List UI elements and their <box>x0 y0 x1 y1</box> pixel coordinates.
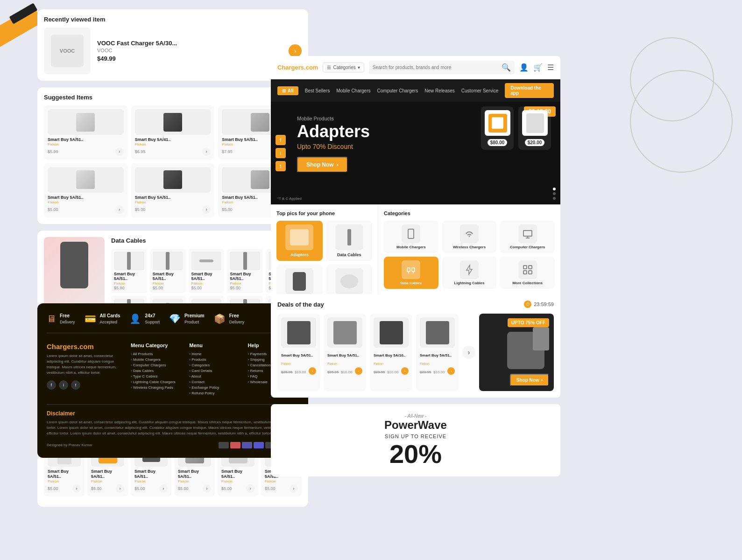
deal-arrow[interactable]: › <box>355 367 362 375</box>
cat-mobile-chargers[interactable]: Mobile Chargers <box>384 221 438 253</box>
product-box-2 <box>522 110 548 136</box>
cat-computer-chargers[interactable]: Computer Chargers <box>500 221 555 253</box>
item-image <box>48 167 124 193</box>
search-input[interactable] <box>373 65 499 70</box>
premium-icon: 💎 <box>169 313 181 324</box>
footer-link-exchange[interactable]: Exchange Policy <box>189 385 240 390</box>
item-brand: Flekon <box>91 479 102 483</box>
nav-customer-service[interactable]: Customer Service <box>461 88 498 93</box>
list-item[interactable]: Smart Buy 5A/51.. Flekon $5.00 <box>227 249 263 294</box>
deal-card-2[interactable]: Smart Buy 5A/51.. Flekon $25.95 $10.00 › <box>324 314 366 391</box>
footer-feature-premium: 💎 PremiumProduct <box>169 313 205 325</box>
deal-arrow[interactable]: › <box>401 367 409 375</box>
list-item[interactable]: Smart Buy 5A/51.. Flekon $5.00 › <box>131 163 215 217</box>
hero-dot-1[interactable] <box>553 188 556 190</box>
item-image <box>135 167 211 193</box>
footer-link-card-details[interactable]: Card Details <box>189 369 240 373</box>
nav-all-button[interactable]: ⊞ All <box>277 86 298 95</box>
list-item[interactable]: Smart Buy 5A/51.. Flekon $5.00 <box>189 249 225 294</box>
facebook-icon[interactable]: f <box>47 380 56 390</box>
footer-link-about[interactable]: About <box>189 374 240 378</box>
item-arrow[interactable]: › <box>159 484 168 493</box>
item-arrow[interactable]: › <box>203 484 211 493</box>
cat-more-collections[interactable]: More Collections <box>500 257 555 289</box>
footer-link-type-c[interactable]: Type C Cables <box>131 374 182 378</box>
twitter-icon[interactable]: t <box>71 380 80 390</box>
footer-link-refund[interactable]: Refund Policy <box>189 391 240 395</box>
cat-label: Wireless Chargers <box>453 245 486 249</box>
instagram-hero-icon[interactable]: i <box>276 148 286 158</box>
item-brand: Flekon <box>222 200 233 204</box>
deal-card-4[interactable]: Smart Buy 5A/51.. Flekon $29.95 $10.00 › <box>416 314 459 391</box>
deal-brand: Flekon <box>327 362 337 365</box>
list-item[interactable]: Smart Buy 5A/41.. Flekon $6.95 › <box>131 105 215 160</box>
item-arrow[interactable]: › <box>115 205 124 214</box>
twitter-hero-icon[interactable]: t <box>276 161 286 171</box>
brand-logo: Chargers.com <box>277 64 318 71</box>
deals-promo-badge: UPTO 75% OFF <box>508 318 549 327</box>
deals-promo-shop-now-button[interactable]: Shop Now › <box>510 374 549 386</box>
hero-products: $80.00 $20.00 <box>481 106 551 150</box>
facebook-hero-icon[interactable]: f <box>276 135 286 145</box>
instagram-icon[interactable]: i <box>59 380 68 390</box>
hero-dot-2[interactable] <box>553 192 556 195</box>
item-arrow[interactable]: › <box>246 484 254 493</box>
footer-link-wireless[interactable]: Wireless Charging Pads <box>131 385 182 390</box>
svg-rect-13 <box>529 271 532 274</box>
deal-arrow[interactable]: › <box>309 367 316 375</box>
cat-label: Lightning Cables <box>454 281 485 285</box>
footer-link-all-products[interactable]: All Products <box>131 352 182 356</box>
list-item[interactable]: Smart Buy 5A/51.. Flekon $5.00 › <box>44 163 127 217</box>
deals-next-button[interactable]: › <box>462 346 475 359</box>
nav-new-releases[interactable]: New Releases <box>424 88 454 93</box>
user-icon[interactable]: 👤 <box>519 63 529 72</box>
pick-card-adapters[interactable]: Adapters <box>276 221 323 261</box>
cart-icon[interactable]: 🛒 <box>533 63 543 72</box>
shop-now-button[interactable]: Shop Now › <box>297 157 348 173</box>
download-app-button[interactable]: Download the app <box>505 83 554 98</box>
footer-link-categories[interactable]: Categories <box>189 363 240 367</box>
pick-card-cables[interactable]: Data Cables <box>326 221 373 261</box>
hero-product-1: $80.00 <box>481 106 514 150</box>
menu-icon[interactable]: ☰ <box>547 63 554 72</box>
footer-link-data-cables[interactable]: Data Cables <box>131 369 182 373</box>
nav-computer-chargers[interactable]: Computer Chargers <box>377 88 418 93</box>
item-arrow[interactable]: › <box>115 147 124 156</box>
payment-icon-visa <box>219 442 229 448</box>
categories-button[interactable]: ☰ Categories ▾ <box>323 63 364 72</box>
item-price: $5.00 <box>114 286 125 290</box>
footer-link-computer-chargers[interactable]: Computer Chargers <box>131 363 182 367</box>
footer-link-contact[interactable]: Contact <box>189 380 240 384</box>
footer-link-mobile-chargers[interactable]: Mobile Chargers <box>131 357 182 362</box>
item-arrow[interactable]: › <box>202 147 211 156</box>
nav-mobile-chargers[interactable]: Mobile Chargers <box>336 88 370 93</box>
footer-link-home[interactable]: Home <box>189 352 240 356</box>
cat-data-cables[interactable]: Data Cables <box>384 257 438 289</box>
footer-feat-text: 24x7Support <box>145 313 160 325</box>
deal-arrow[interactable]: › <box>447 367 455 375</box>
list-item[interactable]: Smart Buy 5A/51.. Flekon $5.00 <box>111 249 147 294</box>
search-icon[interactable]: 🔍 <box>502 63 511 72</box>
hero-dot-3[interactable] <box>553 197 556 200</box>
item-arrow[interactable]: › <box>290 484 298 493</box>
product-arrow-button[interactable]: › <box>289 44 302 57</box>
cat-lightning-cables[interactable]: Lightning Cables <box>442 257 497 289</box>
footer-feature-support: 👤 24x7Support <box>129 313 160 325</box>
item-arrow[interactable]: › <box>202 205 211 214</box>
item-price: $6.95 <box>135 149 146 154</box>
footer-link-products[interactable]: Products <box>189 357 240 362</box>
powerwave-cta: SIGN UP TO RECEIVE <box>280 434 551 439</box>
list-item[interactable]: Smart Buy 5A/51.. Flekon $5.99 › <box>44 105 127 160</box>
item-price: $5.00 <box>153 286 163 290</box>
deal-name: Smart Buy 5A/10.. <box>374 353 405 357</box>
nav-best-sellers[interactable]: Best Sellers <box>305 88 330 93</box>
cat-wireless-chargers[interactable]: Wireless Chargers <box>442 221 497 253</box>
deal-card-3[interactable]: Smart Buy 5A/10.. Flekon $29.95 $10.00 › <box>370 314 412 391</box>
item-price-row: $5.00 › <box>178 484 211 493</box>
list-item[interactable]: Smart Buy 5A/51.. Flekon $5.00 <box>150 249 186 294</box>
item-arrow[interactable]: › <box>116 484 124 493</box>
item-arrow[interactable]: › <box>72 484 81 493</box>
deals-promo: UPTO 75% OFF Shop Now › <box>479 314 554 391</box>
deal-card-1[interactable]: Smart Buy 5A/51.. Flekon $25.95 $10.00 › <box>277 314 320 391</box>
footer-link-lightning[interactable]: Lightning Cable Chargers <box>131 380 182 384</box>
